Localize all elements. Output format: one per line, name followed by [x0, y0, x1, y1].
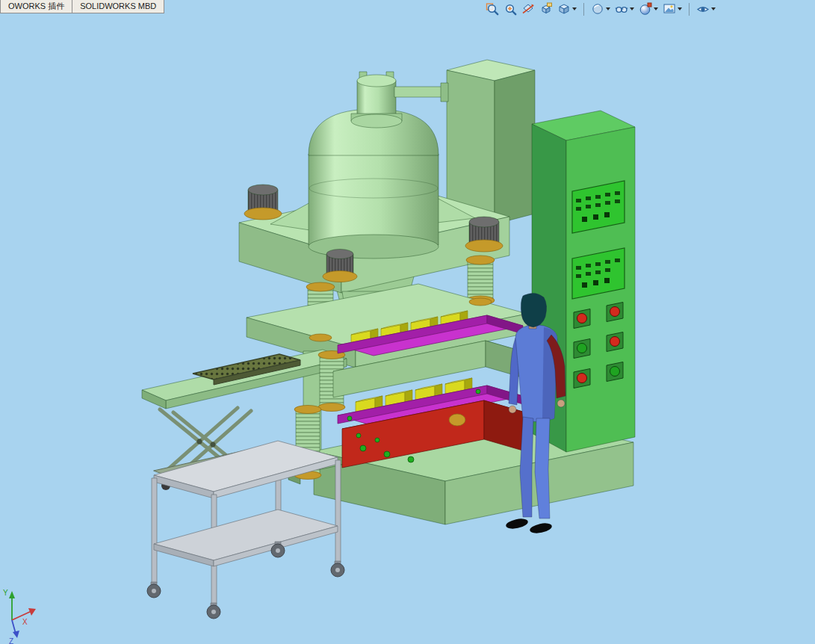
green-button [610, 367, 620, 377]
indicator-dot [408, 456, 414, 462]
apply-scene-button[interactable] [661, 1, 684, 17]
view-orientation-button[interactable] [556, 1, 578, 17]
tab-solidworks-mbd[interactable]: SOLIDWORKS MBD [72, 0, 164, 13]
dropdown-chevron[interactable] [654, 7, 658, 10]
display-style-button[interactable] [589, 1, 612, 17]
dropdown-chevron[interactable] [630, 7, 634, 10]
operator-hair [521, 293, 546, 327]
display-style-icon [591, 2, 604, 16]
toolbar-separator [689, 3, 690, 16]
zoom-to-fit-icon [486, 2, 499, 16]
red-button [577, 374, 587, 383]
heads-up-view-toolbar [484, 1, 717, 17]
view-orientation-icon [557, 2, 571, 16]
dropdown-chevron[interactable] [678, 7, 682, 10]
dropdown-chevron[interactable] [711, 7, 716, 10]
view-settings-button[interactable] [695, 1, 717, 17]
nut [244, 185, 282, 220]
red-button [610, 307, 620, 317]
triad-z-axis: Z [9, 620, 19, 644]
apply-scene-icon [663, 2, 676, 16]
nut [465, 217, 503, 252]
pipe [394, 87, 444, 97]
gold-dome [449, 414, 465, 426]
triad-y-axis: Y [3, 589, 15, 620]
red-button [610, 337, 620, 347]
red-button [577, 314, 587, 323]
hide-show-items-icon [615, 2, 628, 16]
dropdown-chevron[interactable] [606, 7, 610, 10]
view-settings-icon [696, 2, 710, 16]
edit-appearance-button[interactable] [637, 1, 660, 17]
orientation-triad: Y X Z [1, 587, 40, 644]
tab-label: OWORKS 插件 [8, 1, 64, 10]
zoom-to-area-button[interactable] [502, 1, 518, 17]
application-window: OWORKS 插件 SOLIDWORKS MBD [0, 0, 815, 644]
dynamic-annotation-views-button[interactable] [538, 1, 554, 17]
dropdown-chevron[interactable] [572, 7, 577, 10]
control-enclosure [447, 60, 535, 224]
nut [323, 250, 357, 282]
zoom-to-fit-button[interactable] [484, 1, 501, 17]
triad-y-label: Y [3, 589, 8, 597]
green-button [577, 344, 587, 353]
indicator-dot [384, 451, 390, 457]
hide-show-items-button[interactable] [613, 1, 636, 17]
triad-x-axis: X [12, 608, 36, 626]
edit-appearance-icon [639, 2, 652, 16]
section-view-button[interactable] [520, 1, 536, 17]
dynamic-annotation-views-icon [539, 2, 553, 16]
section-view-icon [521, 2, 535, 16]
triad-x-label: X [22, 618, 28, 626]
zoom-to-area-icon [503, 2, 517, 16]
indicator-dot [360, 445, 366, 451]
tab-label: SOLIDWORKS MBD [80, 1, 156, 10]
toolbar-separator [583, 3, 584, 16]
tab-solidworks-plugins[interactable]: OWORKS 插件 [0, 0, 72, 13]
document-tab-strip: OWORKS 插件 SOLIDWORKS MBD [0, 0, 164, 13]
3d-viewport[interactable] [0, 0, 815, 644]
operator-left-leg [520, 417, 533, 517]
triad-z-label: Z [9, 637, 13, 644]
